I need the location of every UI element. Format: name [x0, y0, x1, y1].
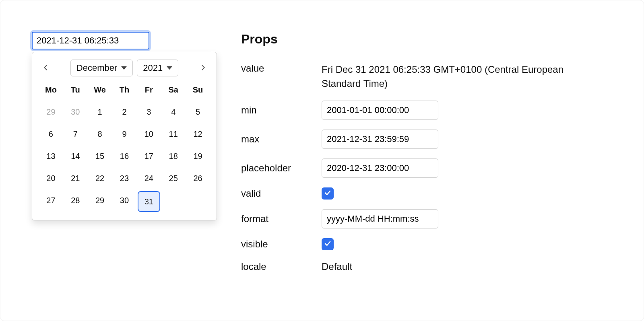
placeholder-input[interactable] — [322, 158, 438, 178]
calendar-day[interactable]: 11 — [161, 123, 186, 145]
calendar-day[interactable]: 19 — [186, 145, 210, 167]
calendar-week: 13141516171819 — [32, 145, 217, 167]
datetime-input[interactable] — [32, 32, 149, 49]
calendar-day[interactable]: 4 — [161, 101, 186, 123]
calendar-week: 20212223242526 — [32, 167, 217, 189]
caret-down-icon — [121, 65, 127, 71]
prop-label: min — [241, 105, 322, 116]
month-select-label: December — [76, 63, 117, 73]
visible-checkbox[interactable] — [322, 238, 334, 250]
prop-label: placeholder — [241, 163, 322, 174]
year-select[interactable]: 2021 — [137, 60, 178, 76]
valid-checkbox[interactable] — [322, 187, 334, 200]
calendar-day[interactable]: 20 — [39, 167, 63, 189]
prop-label: format — [241, 213, 322, 224]
weekday-label: Mo — [39, 81, 63, 99]
calendar-day[interactable]: 6 — [39, 123, 63, 145]
calendar-day[interactable]: 12 — [186, 123, 210, 145]
calendar-day[interactable]: 3 — [136, 101, 161, 123]
calendar-day[interactable]: 30 — [63, 101, 88, 123]
calendar-header: December 2021 — [32, 58, 217, 81]
prop-row-max: max — [241, 130, 603, 149]
prop-label: max — [241, 134, 322, 145]
prop-value-text: Fri Dec 31 2021 06:25:33 GMT+0100 (Centr… — [322, 63, 579, 91]
calendar-day[interactable]: 27 — [39, 189, 63, 214]
checkmark-icon — [324, 239, 332, 250]
prev-month-button[interactable] — [39, 61, 53, 75]
calendar-day[interactable]: 15 — [88, 145, 112, 167]
calendar-day[interactable]: 30 — [112, 189, 137, 214]
weekday-label: Fr — [136, 81, 161, 99]
prop-row-locale: locale Default — [241, 260, 603, 274]
calendar-day[interactable]: 14 — [63, 145, 88, 167]
datepicker-column: December 2021 — [32, 32, 217, 49]
chevron-right-icon — [199, 62, 206, 74]
weekday-label: Su — [186, 81, 210, 99]
calendar-week: 6789101112 — [32, 123, 217, 145]
prop-row-visible: visible — [241, 238, 603, 250]
format-input[interactable] — [322, 209, 438, 228]
prop-row-min: min — [241, 101, 603, 120]
chevron-left-icon — [42, 62, 50, 74]
calendar-day[interactable]: 29 — [39, 101, 63, 123]
next-month-button[interactable] — [196, 61, 210, 75]
calendar-grid: 2930123456789101112131415161718192021222… — [32, 101, 217, 214]
calendar-week: 2728293031 — [32, 189, 217, 214]
calendar-day[interactable]: 22 — [88, 167, 112, 189]
month-select[interactable]: December — [70, 60, 133, 76]
min-input[interactable] — [322, 101, 438, 120]
calendar-day[interactable]: 2 — [112, 101, 137, 123]
calendar-day[interactable]: 5 — [186, 101, 210, 123]
calendar-day[interactable]: 28 — [63, 189, 88, 214]
prop-row-valid: valid — [241, 187, 603, 200]
calendar-week: 293012345 — [32, 101, 217, 123]
weekday-label: Sa — [161, 81, 186, 99]
prop-row-placeholder: placeholder — [241, 158, 603, 178]
calendar-day[interactable]: 25 — [161, 167, 186, 189]
props-panel: Props value Fri Dec 31 2021 06:25:33 GMT… — [241, 32, 603, 283]
calendar-day[interactable]: 13 — [39, 145, 63, 167]
calendar-day[interactable]: 21 — [63, 167, 88, 189]
prop-label: locale — [241, 261, 322, 272]
calendar-day[interactable]: 7 — [63, 123, 88, 145]
max-input[interactable] — [322, 130, 438, 149]
calendar-day[interactable]: 31 — [138, 191, 160, 212]
calendar-day[interactable]: 24 — [136, 167, 161, 189]
calendar-popup: December 2021 — [32, 52, 217, 220]
checkmark-icon — [324, 188, 332, 199]
prop-row-value: value Fri Dec 31 2021 06:25:33 GMT+0100 … — [241, 63, 603, 91]
weekday-label: Th — [112, 81, 137, 99]
prop-row-format: format — [241, 209, 603, 228]
calendar-day[interactable]: 1 — [88, 101, 112, 123]
year-select-label: 2021 — [143, 63, 163, 73]
calendar-day[interactable]: 29 — [88, 189, 112, 214]
weekday-label: Tu — [63, 81, 88, 99]
calendar-day[interactable]: 26 — [186, 167, 210, 189]
locale-value: Default — [322, 260, 579, 274]
props-heading: Props — [241, 32, 603, 47]
calendar-day[interactable]: 23 — [112, 167, 137, 189]
prop-label: valid — [241, 188, 322, 199]
prop-label: value — [241, 63, 322, 74]
prop-label: visible — [241, 239, 322, 250]
calendar-day[interactable]: 16 — [112, 145, 137, 167]
calendar-day[interactable]: 10 — [136, 123, 161, 145]
calendar-day[interactable]: 18 — [161, 145, 186, 167]
calendar-day[interactable]: 9 — [112, 123, 137, 145]
weekday-label: We — [88, 81, 112, 99]
calendar-day[interactable]: 17 — [136, 145, 161, 167]
calendar-day[interactable]: 8 — [88, 123, 112, 145]
caret-down-icon — [167, 65, 172, 71]
weekday-header: Mo Tu We Th Fr Sa Su — [32, 81, 217, 99]
demo-panel: December 2021 — [0, 0, 644, 321]
